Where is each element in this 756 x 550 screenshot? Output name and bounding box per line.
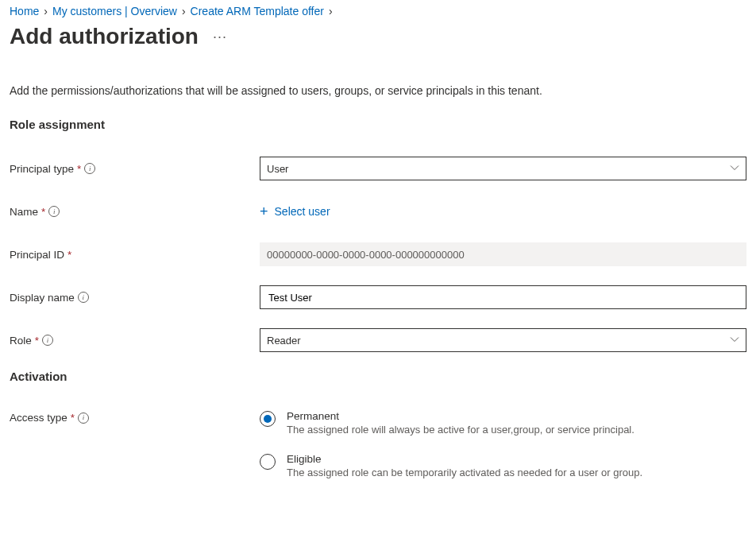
info-icon[interactable]: i bbox=[78, 412, 89, 424]
access-type-permanent-radio[interactable] bbox=[260, 411, 276, 427]
display-name-label: Display name i bbox=[10, 292, 260, 304]
radio-description: The assigned role will always be active … bbox=[287, 424, 634, 436]
info-icon[interactable]: i bbox=[42, 335, 53, 346]
radio-label: Eligible bbox=[287, 453, 642, 465]
chevron-right-icon: › bbox=[329, 5, 333, 17]
principal-type-select[interactable]: User bbox=[260, 157, 746, 180]
radio-description: The assigned role can be temporarily act… bbox=[287, 467, 642, 478]
breadcrumb: Home › My customers | Overview › Create … bbox=[10, 0, 746, 21]
breadcrumb-home[interactable]: Home bbox=[10, 5, 39, 17]
select-user-button[interactable]: + Select user bbox=[260, 200, 330, 223]
plus-icon: + bbox=[260, 203, 268, 220]
section-activation: Activation bbox=[10, 370, 746, 383]
info-icon[interactable]: i bbox=[48, 206, 60, 217]
chevron-right-icon: › bbox=[182, 5, 186, 17]
principal-id-field: 00000000-0000-0000-0000-000000000000 bbox=[260, 242, 746, 266]
info-icon[interactable]: i bbox=[78, 292, 89, 303]
name-label: Name * i bbox=[10, 206, 260, 218]
principal-type-label: Principal type * i bbox=[10, 163, 260, 175]
page-description: Add the permissions/authorizations that … bbox=[10, 84, 746, 97]
chevron-down-icon bbox=[730, 163, 739, 175]
section-role-assignment: Role assignment bbox=[10, 118, 746, 131]
role-label: Role * i bbox=[10, 335, 260, 347]
display-name-input[interactable] bbox=[260, 285, 746, 309]
info-icon[interactable]: i bbox=[84, 163, 95, 174]
radio-label: Permanent bbox=[287, 410, 634, 422]
more-actions-button[interactable]: ··· bbox=[213, 29, 227, 45]
access-type-eligible-radio[interactable] bbox=[260, 454, 276, 470]
page-title: Add authorization bbox=[10, 24, 199, 49]
breadcrumb-create-offer[interactable]: Create ARM Template offer bbox=[191, 5, 324, 17]
breadcrumb-my-customers[interactable]: My customers | Overview bbox=[52, 5, 177, 17]
principal-id-label: Principal ID * bbox=[10, 249, 260, 261]
access-type-label: Access type * i bbox=[10, 407, 260, 424]
access-type-radio-group: Permanent The assigned role will always … bbox=[260, 407, 746, 478]
role-select[interactable]: Reader bbox=[260, 328, 746, 352]
chevron-down-icon bbox=[730, 335, 739, 347]
chevron-right-icon: › bbox=[44, 5, 48, 17]
